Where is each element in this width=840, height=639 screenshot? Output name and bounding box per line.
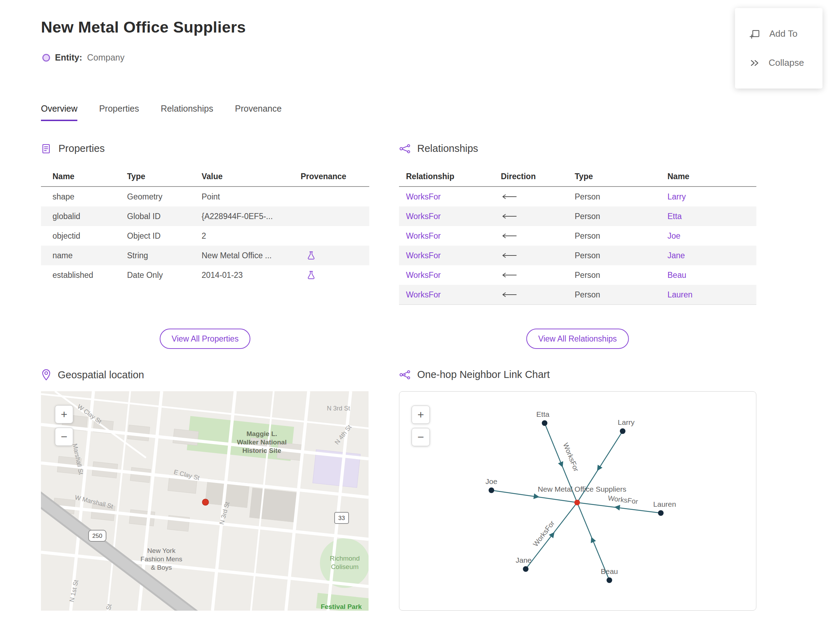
column-header-relationship: Relationship [406,172,501,181]
table-row: WorksFor Person Joe [399,226,756,246]
relationships-table-header: Relationship Direction Type Name [399,167,756,187]
node-etta[interactable] [542,420,547,426]
related-entity-type: Person [575,231,667,241]
poi-label: New York [147,547,176,554]
svg-text:250: 250 [92,532,102,539]
table-row: WorksFor Person Etta [399,207,756,226]
street-label: N 3rd St [327,405,350,412]
property-name: globalid [52,212,127,221]
zoom-in-button[interactable]: + [55,405,73,423]
tab-properties[interactable]: Properties [99,103,139,121]
table-row: established Date Only 2014-01-23 [41,265,369,285]
poi-label: Historic Site [243,447,282,454]
entity-type-icon [42,54,50,62]
edge-label: WorksFor [608,494,639,505]
entity-type-value: Company [87,52,125,63]
zoom-out-button[interactable]: − [412,428,430,446]
map-pin-icon [41,369,51,381]
node-label: Etta [536,410,549,418]
node-beau[interactable] [606,577,612,583]
related-entity-type: Person [575,290,667,300]
related-entity-type: Person [575,270,667,280]
relationship-link[interactable]: WorksFor [406,251,441,260]
provenance-flask-icon[interactable] [306,251,316,261]
relationship-link[interactable]: WorksFor [406,290,441,299]
property-name: name [52,251,127,261]
arrow-left-icon [501,213,575,219]
add-to-button[interactable]: Add To [750,29,822,39]
table-row: WorksFor Person Lauren [399,285,756,304]
related-entity-link[interactable]: Jane [667,251,685,260]
relationship-link[interactable]: WorksFor [406,192,441,201]
properties-section-title: Properties [59,143,105,154]
related-entity-link[interactable]: Beau [667,270,686,280]
chart-zoom-control: + − [412,405,430,446]
poi-label: & Boys [151,564,172,571]
node-label: Jane [515,556,531,564]
table-row: globalid Global ID {A228944F-0EF5-... [41,207,369,226]
link-chart-svg: WorksFor WorksFor WorksFor Etta Larry Jo… [399,392,756,610]
node-center[interactable] [574,500,580,505]
relationship-link[interactable]: WorksFor [406,231,441,240]
node-label: Larry [618,418,635,426]
zoom-in-button[interactable]: + [412,405,430,424]
route-shield-250: 250 [89,530,106,541]
property-value: Point [202,192,301,202]
property-type: Geometry [127,192,202,202]
action-panel: Add To Collapse [735,8,822,89]
link-chart-section-title: One-hop Neighbor Link Chart [417,369,550,380]
collapse-label: Collapse [768,57,804,68]
map-image: N 3rd St N 4th St Maggie L. Walker Natio… [41,391,369,610]
add-to-icon [750,29,760,39]
related-entity-type: Person [575,192,667,202]
link-chart-canvas[interactable]: + − WorksFor WorksFor WorksFor [399,391,756,610]
relationship-link[interactable]: WorksFor [406,270,441,280]
table-row: WorksFor Person Beau [399,265,756,285]
map-zoom-control: + − [55,405,73,446]
document-icon [41,143,52,154]
property-name: shape [52,192,127,202]
property-value: {A228944F-0EF5-... [202,212,301,221]
related-entity-link[interactable]: Joe [667,231,680,240]
properties-table: Name Type Value Provenance shape Geometr… [41,167,369,285]
property-type: Date Only [127,270,202,280]
add-to-label: Add To [769,29,797,39]
property-value: 2014-01-23 [202,270,301,280]
related-entity-link[interactable]: Larry [667,192,686,201]
column-header-direction: Direction [501,172,575,181]
tab-relationships[interactable]: Relationships [161,103,213,121]
node-larry[interactable] [620,428,625,434]
node-lauren[interactable] [658,510,663,516]
link-chart-section-heading: One-hop Neighbor Link Chart [399,369,550,380]
map-canvas[interactable]: + − [41,391,369,610]
tab-provenance[interactable]: Provenance [235,103,282,121]
location-marker[interactable] [202,499,208,505]
provenance-flask-icon[interactable] [306,270,316,280]
poi-label: Fashion Mens [140,555,182,563]
column-header-provenance: Provenance [301,172,369,181]
svg-text:33: 33 [339,515,345,521]
poi-label: Coliseum [331,563,358,571]
node-jane[interactable] [523,566,528,572]
view-all-relationships-button[interactable]: View All Relationships [527,329,629,349]
tab-overview[interactable]: Overview [41,103,77,121]
view-all-properties-button[interactable]: View All Properties [160,329,250,349]
node-joe[interactable] [488,488,494,493]
route-shield-33: 33 [335,512,348,523]
table-row: name String New Metal Office ... [41,246,369,265]
column-header-name: Name [667,172,756,181]
table-row: objectid Object ID 2 [41,226,369,246]
property-name: established [52,270,127,280]
table-row: WorksFor Person Jane [399,246,756,265]
collapse-button[interactable]: Collapse [750,57,822,68]
entity-label: Entity: [55,52,82,63]
zoom-out-button[interactable]: − [55,428,73,446]
relationship-link[interactable]: WorksFor [406,212,441,221]
related-entity-link[interactable]: Etta [667,212,682,221]
node-label: Joe [485,477,497,485]
property-type: Global ID [127,212,202,221]
edge-label: WorksFor [562,442,580,473]
property-type: Object ID [127,231,202,241]
related-entity-link[interactable]: Lauren [667,290,693,299]
node-label: Beau [601,567,618,575]
